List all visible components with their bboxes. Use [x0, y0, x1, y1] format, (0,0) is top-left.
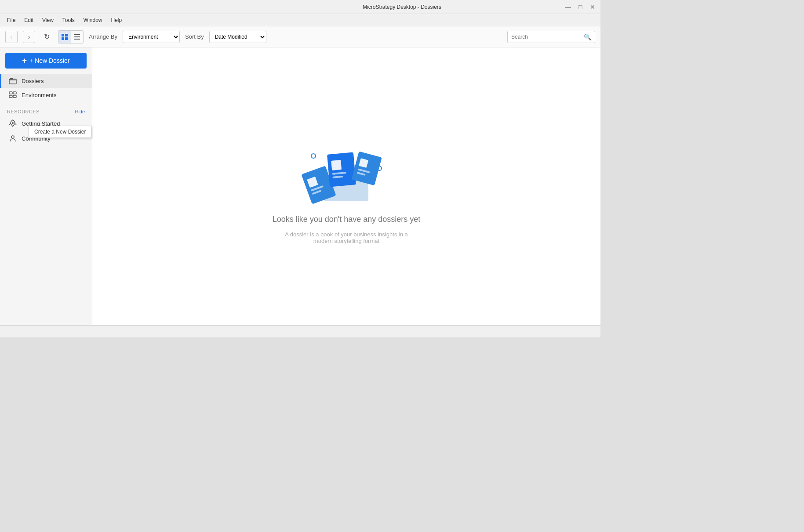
svg-point-14: [11, 136, 14, 138]
sort-by-select[interactable]: Date Modified Date Created Name Type: [209, 31, 266, 43]
resources-section: RESOURCES Hide: [0, 102, 92, 116]
menu-edit[interactable]: Edit: [21, 15, 37, 25]
dossiers-icon: [8, 77, 17, 84]
new-dossier-label: + New Dossier: [29, 57, 69, 64]
forward-button[interactable]: ›: [23, 31, 35, 43]
window-title: MicroStrategy Desktop - Dossiers: [363, 4, 441, 10]
svg-rect-22: [331, 160, 342, 170]
new-dossier-button[interactable]: + + New Dossier: [5, 53, 87, 69]
svg-rect-2: [62, 37, 64, 40]
svg-rect-6: [74, 39, 80, 40]
refresh-button[interactable]: ↻: [40, 31, 53, 43]
menu-view[interactable]: View: [39, 15, 57, 25]
hide-resources-button[interactable]: Hide: [75, 109, 85, 114]
search-icon: 🔍: [584, 33, 591, 40]
toolbar: ‹ › ↻ Arrange By Environment Name Date C…: [0, 26, 600, 47]
maximize-button[interactable]: □: [576, 3, 585, 11]
status-bar: [0, 325, 600, 337]
menu-file[interactable]: File: [4, 15, 19, 25]
list-view-button[interactable]: [71, 31, 83, 43]
dossiers-label: Dossiers: [22, 78, 44, 84]
arrange-by-label: Arrange By: [89, 33, 117, 40]
svg-rect-8: [10, 78, 13, 80]
svg-rect-0: [62, 34, 64, 36]
minimize-button[interactable]: —: [564, 3, 572, 11]
svg-rect-1: [65, 34, 68, 36]
back-button[interactable]: ‹: [5, 31, 18, 43]
svg-rect-10: [13, 92, 16, 94]
title-bar: MicroStrategy Desktop - Dossiers — □ ✕: [0, 0, 600, 14]
svg-rect-5: [74, 36, 80, 37]
svg-rect-4: [74, 34, 80, 35]
new-dossier-tooltip: Create a New Dossier: [29, 126, 91, 138]
empty-state-illustration: [280, 129, 412, 208]
svg-rect-9: [9, 92, 12, 94]
grid-view-button[interactable]: [58, 31, 71, 43]
empty-state: Looks like you don't have any dossiers y…: [273, 129, 421, 244]
community-icon: [8, 134, 17, 142]
search-box: 🔍: [507, 31, 595, 43]
sidebar-item-dossiers[interactable]: Dossiers: [0, 74, 92, 88]
plus-icon: +: [22, 56, 27, 65]
view-toggle: [58, 30, 84, 43]
empty-state-title: Looks like you don't have any dossiers y…: [273, 215, 421, 224]
sort-by-label: Sort By: [185, 33, 204, 40]
svg-point-29: [311, 154, 316, 158]
environments-icon: [8, 91, 17, 98]
window-controls: — □ ✕: [564, 3, 597, 11]
environments-label: Environments: [22, 92, 56, 98]
sidebar-item-environments[interactable]: Environments: [0, 88, 92, 102]
menu-help[interactable]: Help: [108, 15, 126, 25]
content-area: Looks like you don't have any dossiers y…: [92, 47, 600, 325]
sidebar: + + New Dossier Create a New Dossier Dos…: [0, 47, 92, 325]
svg-point-13: [12, 122, 14, 124]
rocket-icon: [8, 119, 17, 127]
menu-bar: File Edit View Tools Window Help: [0, 14, 600, 26]
arrange-by-select[interactable]: Environment Name Date Created Date Modif…: [123, 31, 180, 43]
svg-rect-11: [9, 95, 12, 98]
search-input[interactable]: [511, 34, 584, 40]
close-button[interactable]: ✕: [588, 3, 597, 11]
empty-state-subtitle: A dossier is a book of your business ins…: [280, 231, 412, 244]
svg-rect-12: [13, 95, 16, 98]
svg-rect-21: [327, 152, 356, 187]
menu-window[interactable]: Window: [80, 15, 106, 25]
menu-tools[interactable]: Tools: [59, 15, 78, 25]
svg-rect-3: [65, 37, 68, 40]
main-layout: + + New Dossier Create a New Dossier Dos…: [0, 47, 600, 325]
